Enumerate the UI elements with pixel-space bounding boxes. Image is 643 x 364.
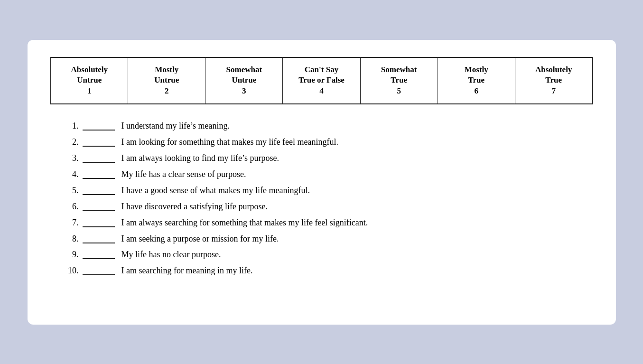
scale-column: Can't SayTrue or False4	[283, 57, 360, 104]
scale-column: AbsolutelyTrue7	[515, 57, 592, 104]
answer-blank	[83, 257, 115, 259]
question-text: My life has a clear sense of purpose.	[121, 168, 246, 181]
question-number: 8.	[60, 233, 83, 246]
questions-list: 1.I understand my life’s meaning.2.I am …	[60, 120, 593, 278]
question-number: 10.	[60, 264, 83, 278]
answer-blank	[83, 161, 115, 163]
list-item: 8.I am seeking a purpose or mission for …	[60, 233, 593, 246]
list-item: 1.I understand my life’s meaning.	[60, 120, 593, 133]
question-text: I am always looking to find my life’s pu…	[121, 152, 279, 165]
answer-blank	[83, 129, 115, 131]
answer-blank	[83, 225, 115, 227]
answer-blank	[83, 145, 115, 147]
question-number: 1.	[60, 120, 83, 133]
answer-blank	[83, 193, 115, 195]
scale-column: SomewhatTrue5	[360, 57, 438, 104]
main-card: AbsolutelyUntrue1MostlyUntrue2SomewhatUn…	[28, 40, 616, 325]
list-item: 3.I am always looking to find my life’s …	[60, 152, 593, 165]
question-number: 2.	[60, 136, 83, 149]
question-text: I am seeking a purpose or mission for my…	[121, 233, 279, 246]
answer-blank	[83, 273, 115, 275]
question-text: I am always searching for something that…	[121, 216, 368, 230]
question-number: 6.	[60, 200, 83, 214]
answer-blank	[83, 177, 115, 179]
list-item: 2.I am looking for something that makes …	[60, 136, 593, 149]
answer-blank	[83, 209, 115, 211]
question-number: 7.	[60, 216, 83, 230]
question-text: My life has no clear purpose.	[121, 248, 221, 261]
scale-column: SomewhatUntrue3	[205, 57, 283, 104]
question-text: I am searching for meaning in my life.	[121, 264, 253, 278]
question-text: I am looking for something that makes my…	[121, 136, 338, 149]
question-text: I have discovered a satisfying life purp…	[121, 200, 268, 214]
question-number: 5.	[60, 184, 83, 197]
list-item: 4.My life has a clear sense of purpose.	[60, 168, 593, 181]
scale-column: MostlyTrue6	[438, 57, 515, 104]
list-item: 6.I have discovered a satisfying life pu…	[60, 200, 593, 214]
question-text: I have a good sense of what makes my lif…	[121, 184, 310, 197]
answer-blank	[83, 242, 115, 243]
question-number: 4.	[60, 168, 83, 181]
list-item: 10.I am searching for meaning in my life…	[60, 264, 593, 278]
list-item: 5.I have a good sense of what makes my l…	[60, 184, 593, 197]
scale-table: AbsolutelyUntrue1MostlyUntrue2SomewhatUn…	[50, 57, 593, 105]
question-number: 9.	[60, 248, 83, 261]
scale-column: AbsolutelyUntrue1	[51, 57, 128, 104]
question-text: I understand my life’s meaning.	[121, 120, 230, 133]
list-item: 9.My life has no clear purpose.	[60, 248, 593, 261]
question-number: 3.	[60, 152, 83, 165]
list-item: 7.I am always searching for something th…	[60, 216, 593, 230]
scale-column: MostlyUntrue2	[128, 57, 205, 104]
